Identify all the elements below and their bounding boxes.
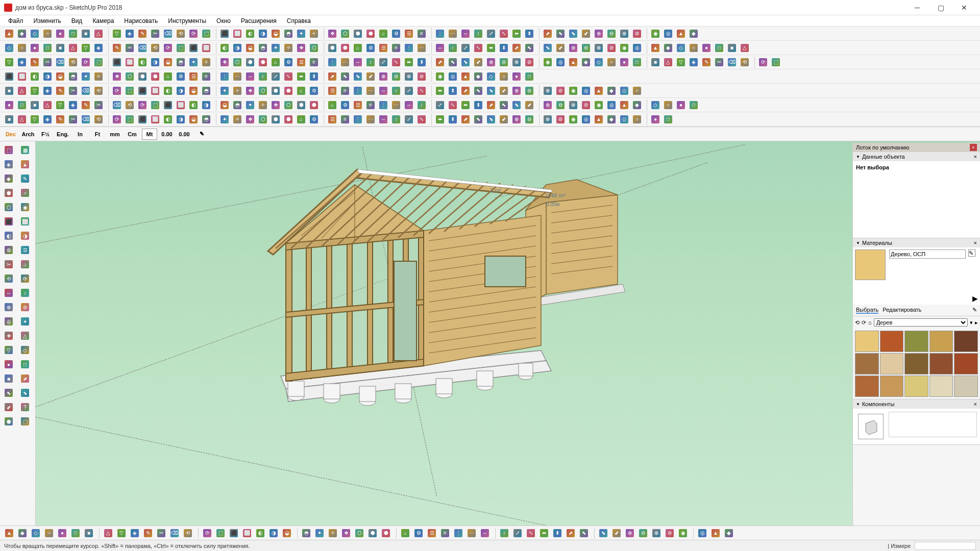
tool-icon[interactable]: ◆ (662, 42, 674, 54)
tool-icon[interactable]: ✧ (200, 56, 212, 68)
tool-icon[interactable]: ✧ (257, 99, 269, 111)
tool-icon[interactable]: ⬣ (380, 527, 392, 539)
tool-icon[interactable]: ↕ (415, 99, 428, 111)
tool-icon[interactable]: ⌂ (162, 70, 174, 83)
tool-icon[interactable]: ↕ (390, 85, 402, 97)
unit-edit-icon[interactable]: ✎ (194, 129, 209, 140)
tool-icon[interactable]: ⬢ (352, 28, 364, 40)
tool-icon[interactable]: ⬚ (92, 56, 105, 68)
tool-icon[interactable]: ◈ (41, 85, 54, 97)
material-preview[interactable] (855, 249, 886, 280)
material-swatch[interactable] (880, 331, 904, 352)
tool-icon[interactable]: ⟲ (92, 85, 105, 97)
tool-icon[interactable]: ⬍ (498, 42, 510, 54)
tool-icon[interactable]: □ (67, 28, 79, 40)
tool-icon[interactable]: ⚙ (364, 42, 377, 54)
tool-icon[interactable]: ⤢ (459, 42, 472, 54)
tool-icon[interactable]: ⤢ (511, 527, 524, 539)
tool-icon[interactable]: ↕ (390, 113, 402, 126)
unit-F½[interactable]: F½ (38, 129, 53, 140)
tool-icon[interactable]: ↕ (498, 527, 510, 539)
tool-icon[interactable]: ◑ (231, 42, 243, 54)
side-tool[interactable]: ⬊ (17, 386, 33, 399)
material-swatch[interactable] (880, 353, 904, 374)
tool-icon[interactable]: ◇ (3, 42, 15, 54)
tool-icon[interactable]: ✦ (218, 113, 231, 126)
home-icon[interactable]: ⌂ (868, 319, 872, 325)
tool-icon[interactable]: ⬌ (459, 99, 472, 111)
tool-icon[interactable]: ⊕ (377, 70, 389, 83)
tab-select[interactable]: Выбрать (856, 307, 878, 314)
tool-icon[interactable]: ≡ (308, 56, 320, 68)
tool-icon[interactable]: ⬋ (523, 99, 535, 111)
component-thumb[interactable] (858, 414, 884, 439)
tool-icon[interactable]: ⟳ (136, 99, 149, 111)
tool-icon[interactable]: ✦ (270, 42, 282, 54)
tool-icon[interactable]: ◎ (696, 527, 708, 539)
tool-icon[interactable]: ⌫ (168, 527, 181, 539)
tool-icon[interactable]: ▽ (54, 99, 66, 111)
tool-icon[interactable]: ◇ (649, 99, 662, 111)
material-swatch[interactable] (929, 353, 953, 374)
tool-icon[interactable]: ☰ (352, 99, 364, 111)
tool-icon[interactable]: ⊘ (554, 113, 567, 126)
tool-icon[interactable]: ◐ (218, 42, 231, 54)
tool-icon[interactable]: ✎ (80, 99, 92, 111)
side-tool[interactable]: ? (17, 400, 33, 414)
tool-icon[interactable]: ⊖ (637, 527, 649, 539)
tool-icon[interactable]: ▲ (675, 28, 687, 40)
tool-icon[interactable]: ⬉ (472, 113, 484, 126)
tool-icon[interactable]: □ (523, 70, 535, 83)
tool-icon[interactable]: ⬉ (554, 28, 567, 40)
tool-icon[interactable]: ⬈ (459, 113, 472, 126)
tool-icon[interactable]: ⊖ (523, 113, 535, 126)
side-tool[interactable]: ▲ (17, 158, 33, 171)
tool-icon[interactable]: □ (69, 527, 82, 539)
tool-icon[interactable]: ○ (662, 99, 674, 111)
tool-icon[interactable]: ⌂ (295, 85, 307, 97)
tool-icon[interactable]: ▲ (3, 527, 15, 539)
tool-icon[interactable]: ⋮ (218, 70, 231, 83)
maximize-button[interactable]: ▢ (929, 0, 952, 15)
material-swatch[interactable] (954, 353, 978, 374)
side-tool[interactable]: ⬣ (1, 415, 16, 428)
material-swatch[interactable] (904, 353, 928, 374)
tool-icon[interactable]: ❖ (340, 527, 352, 539)
tool-icon[interactable]: ✦ (295, 28, 307, 40)
side-tool[interactable]: ⬢ (1, 186, 16, 199)
tool-icon[interactable]: ◆ (580, 56, 592, 68)
tool-icon[interactable]: ◇ (593, 56, 605, 68)
tool-icon[interactable]: ○ (605, 56, 618, 68)
tool-icon[interactable]: ⬊ (352, 70, 364, 83)
tool-icon[interactable]: ⬌ (510, 28, 523, 40)
tool-icon[interactable]: △ (739, 42, 751, 54)
tool-icon[interactable]: ↔ (352, 56, 364, 68)
tool-icon[interactable]: ⬋ (498, 113, 510, 126)
tool-icon[interactable]: ⤡ (472, 42, 484, 54)
tool-icon[interactable]: ⬉ (447, 56, 459, 68)
tool-icon[interactable]: ◎ (605, 99, 618, 111)
tool-icon[interactable]: ⊗ (403, 70, 415, 83)
tool-icon[interactable]: ⋮ (326, 56, 338, 68)
side-tool[interactable]: ⬋ (1, 400, 16, 414)
tool-icon[interactable]: ≡ (439, 527, 451, 539)
tool-icon[interactable]: ⬊ (542, 42, 554, 54)
tool-icon[interactable]: ◇ (485, 70, 497, 83)
tool-icon[interactable]: ⊘ (554, 85, 567, 97)
tool-icon[interactable]: ⊖ (498, 56, 510, 68)
unit-Cm[interactable]: Cm (125, 129, 140, 140)
side-tool[interactable]: ◑ (17, 229, 33, 242)
tool-icon[interactable]: ◈ (124, 28, 136, 40)
unit-mm[interactable]: mm (107, 129, 122, 140)
tool-icon[interactable]: ⋯ (415, 42, 428, 54)
tool-icon[interactable]: ⬍ (523, 28, 535, 40)
tool-icon[interactable]: ⚙ (308, 85, 320, 97)
tool-icon[interactable]: ⚙ (339, 99, 351, 111)
tool-icon[interactable]: ⋯ (339, 56, 351, 68)
tool-icon[interactable]: ◓ (257, 42, 269, 54)
tool-icon[interactable]: ⌂ (352, 42, 364, 54)
tool-icon[interactable]: ● (56, 527, 68, 539)
tool-icon[interactable]: ⌂ (270, 56, 282, 68)
tool-icon[interactable]: ⬡ (124, 70, 136, 83)
side-tool[interactable]: ▽ (1, 343, 16, 357)
